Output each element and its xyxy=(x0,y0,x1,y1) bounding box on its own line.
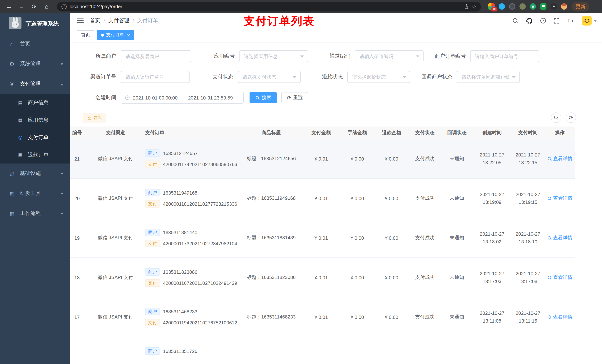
breadcrumb-home[interactable]: 首页 xyxy=(90,17,100,24)
github-icon[interactable] xyxy=(526,17,533,24)
table-header-cell: 支付订单 xyxy=(141,126,241,139)
merchant-order-no: 1635312124657 xyxy=(163,150,198,156)
address-bar[interactable]: i localhost:1024/pay/order ☆ xyxy=(57,2,481,11)
payment-submenu: ▤ 商户信息 ▦ 应用信息 ◎ 支付订单 ▣ 退款订单 xyxy=(0,94,70,164)
fullscreen-icon[interactable] xyxy=(553,18,560,24)
cell-paid-time: 2021-10-2713:17:08 xyxy=(511,258,545,297)
font-size-icon[interactable]: TT xyxy=(567,17,575,24)
cell-pay-channel xyxy=(90,337,141,364)
extension-icon[interactable]: 10 xyxy=(488,3,495,10)
cell-paid-time xyxy=(511,337,545,364)
merchant-order-no: 1635311468233 xyxy=(163,309,197,314)
cell-created-time: 2021-10-2713:18:02 xyxy=(473,218,511,258)
sidebar-item-system[interactable]: ⚙ 系统管理 ▾ xyxy=(0,54,70,74)
tab-pay-order[interactable]: 支付订单 × xyxy=(97,30,134,40)
sidebar-item-infra[interactable]: ▧ 基础设施 ▾ xyxy=(0,164,70,184)
sidebar-item-merchant-info[interactable]: ▤ 商户信息 xyxy=(0,94,70,111)
sidebar-item-payment[interactable]: ¥ 支付管理 ▴ xyxy=(0,74,70,94)
back-icon[interactable]: ← xyxy=(4,1,14,12)
view-detail-link[interactable]: 查看详情 xyxy=(547,195,572,202)
sidebar-item-workflow[interactable]: ▩ 工作流程 ▾ xyxy=(0,203,70,223)
table-header-cell: 支付金额 xyxy=(302,126,341,139)
close-icon[interactable]: × xyxy=(127,32,130,38)
browser-profile-avatar[interactable] xyxy=(561,3,567,10)
merchant-filter-input[interactable] xyxy=(121,50,191,62)
cell-product-title: 标题：1635311881439 xyxy=(241,218,302,258)
cell-pay-status: 支付成功 xyxy=(409,297,441,337)
sidebar-item-devtools[interactable]: ▨ 研发工具 ▾ xyxy=(0,184,70,203)
cell-fee-amount: ¥ 0.00 xyxy=(341,218,374,258)
extension-icon[interactable] xyxy=(509,3,515,10)
search-icon xyxy=(553,115,559,120)
table-header-cell: 商品标题 xyxy=(241,126,302,139)
cell-product-title xyxy=(241,337,302,364)
filter-label: 支付状态 xyxy=(190,74,238,80)
chevron-up-icon: ▴ xyxy=(61,82,63,86)
cell-fee-amount: ¥ 0.00 xyxy=(341,258,374,297)
view-detail-link[interactable]: 查看详情 xyxy=(547,235,572,241)
view-detail-link[interactable]: 查看详情 xyxy=(547,155,572,162)
view-detail-link[interactable]: 查看详情 xyxy=(547,274,572,281)
user-avatar[interactable] xyxy=(582,16,597,26)
cell-notify-status: 未通知 xyxy=(441,218,473,258)
extension-icon[interactable] xyxy=(519,3,526,10)
reload-icon[interactable]: ⟳ xyxy=(29,1,39,12)
cell-fee-amount: ¥ 0.00 xyxy=(341,297,374,337)
sidebar-item-home[interactable]: ⌂ 首页 xyxy=(0,34,70,54)
cell-pay-order: 商户1635311468233支付42000011942021102767521… xyxy=(141,297,241,337)
cell-pay-order: 商户1635311949168支付42000011812021102777232… xyxy=(141,179,241,218)
extension-icon[interactable]: V xyxy=(530,3,536,10)
home-icon[interactable]: ⌂ xyxy=(42,1,52,12)
breadcrumb-payment[interactable]: 支付管理 xyxy=(108,17,129,24)
refund-status-select[interactable] xyxy=(347,71,410,83)
extension-icon[interactable] xyxy=(499,3,505,10)
sidebar-item-refund-order[interactable]: ▣ 退款订单 xyxy=(0,146,70,164)
search-button[interactable]: 搜索 xyxy=(249,92,277,103)
app-logo[interactable]: 芋道管理系统 xyxy=(0,13,70,34)
merchant-order-no-input[interactable] xyxy=(470,50,539,62)
date-end: 2021-10-31 23:59:59 xyxy=(188,95,233,100)
sidebar-item-label: 应用信息 xyxy=(28,117,49,123)
notify-status-select[interactable] xyxy=(457,71,520,83)
pay-order-no: 4200001194202110276752100612 xyxy=(163,320,237,325)
download-icon xyxy=(87,115,91,120)
monitor-icon: ▧ xyxy=(9,170,15,177)
refresh-button[interactable]: ⟳ xyxy=(566,113,576,123)
browser-update-button[interactable]: 更新 xyxy=(572,2,589,11)
cell-created-time: 2021-10-2713:11:08 xyxy=(473,297,511,337)
dashboard-icon: ⌂ xyxy=(9,41,15,47)
cell-pay-channel: 微信 JSAPI 支付 xyxy=(90,179,141,218)
share-icon[interactable] xyxy=(464,4,469,9)
search-icon[interactable] xyxy=(512,17,519,24)
reset-button[interactable]: ⟳ 重置 xyxy=(281,92,308,103)
filter-form: 所属商户 应用编号 渠道编码 xyxy=(70,42,602,104)
export-button[interactable]: 导出 xyxy=(83,113,106,123)
site-info-icon[interactable]: i xyxy=(62,4,67,9)
cell-order-id: 17 xyxy=(70,297,90,337)
sidebar-item-pay-order[interactable]: ◎ 支付订单 xyxy=(0,129,70,146)
forward-icon[interactable]: → xyxy=(16,1,27,12)
chevron-down-icon: ▾ xyxy=(61,211,63,216)
merchant-tag: 商户 xyxy=(145,268,160,276)
bookmark-star-icon[interactable]: ☆ xyxy=(472,3,476,10)
screen: ← → ⟳ ⌂ i localhost:1024/pay/order ☆ 10 … xyxy=(0,0,602,364)
merchant-order-line: 商户1635311949168 xyxy=(145,189,197,197)
annotation: 支付订单列表 xyxy=(244,14,315,29)
sidebar-item-app-info[interactable]: ▦ 应用信息 xyxy=(0,111,70,129)
sidebar-toggle-icon[interactable] xyxy=(77,19,84,23)
pay-status-select[interactable] xyxy=(238,71,301,83)
channel-code-select[interactable] xyxy=(355,50,424,62)
browser-menu-icon[interactable]: ⋮ xyxy=(592,3,598,10)
table-header-cell: 支付状态 xyxy=(409,126,441,139)
extension-icon[interactable] xyxy=(540,3,547,10)
create-time-range-picker[interactable]: 2021-10-01 00:00:00 - 2021-10-31 23:59:5… xyxy=(121,92,244,104)
help-icon[interactable]: ? xyxy=(540,17,547,24)
app-id-select[interactable] xyxy=(239,50,308,62)
toggle-search-button[interactable] xyxy=(551,113,561,123)
tab-home[interactable]: 首页 xyxy=(77,30,94,40)
extension-icon[interactable] xyxy=(550,3,557,10)
cell-refund-amount: ¥ 0.00 xyxy=(374,139,409,178)
merchant-tag: 商户 xyxy=(145,149,160,157)
channel-order-no-input[interactable] xyxy=(121,71,190,83)
view-detail-link[interactable]: 查看详情 xyxy=(547,314,572,320)
